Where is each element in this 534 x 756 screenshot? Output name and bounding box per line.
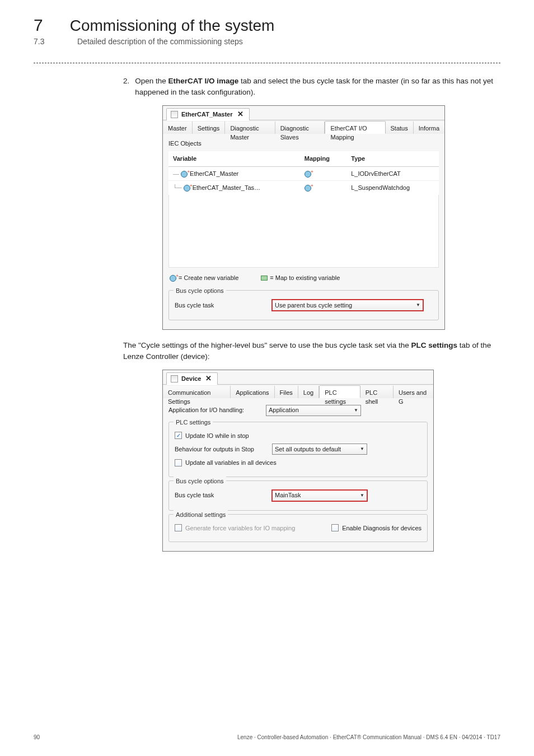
paragraph: The "Cycle settings of the higher-level … [123, 340, 500, 363]
bus-cycle-task-select[interactable]: Use parent bus cycle setting▼ [272, 300, 423, 311]
app-io-value: Application [269, 405, 299, 415]
bus-cycle-task-value: Use parent bus cycle setting [275, 301, 352, 310]
tab-diagnostic-master[interactable]: Diagnostic Master [225, 121, 275, 134]
table-row[interactable]: └─ EtherCAT_Master_Tas… L_SuspendWatchdo… [168, 181, 439, 195]
bus-cycle-task-value: MainTask [275, 491, 301, 500]
checkbox-icon [175, 524, 182, 531]
inner-tab-bar: Master Settings Diagnostic Master Diagno… [163, 120, 444, 134]
tab-settings[interactable]: Settings [193, 121, 226, 134]
bus-cycle-task-select[interactable]: MainTask▼ [272, 490, 367, 501]
table-row[interactable]: — EtherCAT_Master L_IODrvEtherCAT [168, 166, 439, 181]
window-tab-device[interactable]: Device ✕ [166, 372, 218, 385]
step-number: 2. [123, 76, 129, 99]
chapter-title: Commissioning of the system [70, 17, 275, 35]
additional-settings-label: Additional settings [174, 510, 228, 520]
bus-cycle-options-fieldset: Bus cycle options Bus cycle task MainTas… [168, 480, 428, 511]
iec-objects-table: Variable Mapping Type — EtherCAT_Master … [168, 151, 439, 195]
update-all-vars-checkbox[interactable]: Update all variables in all devices [175, 458, 277, 468]
ethercat-master-window: EtherCAT_Master ✕ Master Settings Diagno… [162, 105, 445, 330]
tab-files[interactable]: Files [275, 385, 298, 398]
tab-plc-shell[interactable]: PLC shell [360, 385, 394, 398]
checkbox-icon [331, 524, 339, 531]
variable-icon [181, 171, 188, 178]
bus-cycle-options-fieldset: Bus cycle options Bus cycle task Use par… [168, 290, 439, 320]
window-tab-label: EtherCAT_Master [181, 110, 233, 119]
force-vars-label: Generate force variables for IO mapping [185, 524, 295, 533]
section-number: 7.3 [34, 37, 50, 46]
update-io-checkbox[interactable]: Update IO while in stop [175, 431, 249, 441]
para-text: The "Cycle settings of the higher-level … [123, 341, 411, 349]
iec-objects-label: IEC Objects [168, 139, 439, 148]
step-item: 2. Open the EtherCAT I/O image tab and s… [123, 76, 500, 99]
bus-cycle-task-label: Bus cycle task [175, 491, 264, 500]
tab-applications[interactable]: Applications [231, 385, 274, 398]
bus-cycle-task-label: Bus cycle task [175, 301, 264, 310]
tab-log[interactable]: Log [298, 385, 319, 398]
behaviour-select[interactable]: Set all outputs to default▼ [272, 444, 367, 455]
chevron-down-icon: ▼ [354, 407, 358, 414]
plc-settings-fieldset: PLC settings Update IO while in stop Beh… [168, 422, 428, 477]
tab-plc-settings[interactable]: PLC settings [319, 385, 360, 398]
device-icon [171, 111, 178, 118]
page-header: 7 Commissioning of the system 7.3 Detail… [0, 0, 534, 46]
device-window: Device ✕ Communication Settings Applicat… [162, 370, 434, 552]
behaviour-value: Set all outputs to default [275, 445, 341, 454]
col-variable[interactable]: Variable [168, 151, 300, 166]
window-tab-bar: EtherCAT_Master ✕ [163, 106, 444, 120]
inner-tab-bar: Communication Settings Applications File… [163, 385, 433, 398]
cell-variable: EtherCAT_Master [190, 170, 238, 177]
mapping-body: IEC Objects Variable Mapping Type — Ethe… [163, 134, 444, 330]
cell-type: L_IODrvEtherCAT [346, 166, 439, 181]
legend-map-variable: = Map to existing variable [270, 274, 340, 281]
window-tab-ethercat[interactable]: EtherCAT_Master ✕ [166, 108, 250, 120]
page-footer: 90 Lenze · Controller-based Automation ·… [34, 734, 500, 740]
device-icon [171, 375, 178, 382]
close-icon[interactable]: ✕ [205, 373, 212, 384]
step-bold: EtherCAT I/O image [168, 77, 239, 85]
behaviour-label: Behaviour for outputs in Stop [175, 445, 264, 454]
enable-diagnosis-label: Enable Diagnosis for devices [342, 524, 421, 533]
update-io-label: Update IO while in stop [185, 431, 249, 441]
tab-comm-settings[interactable]: Communication Settings [163, 385, 231, 398]
tab-users[interactable]: Users and G [394, 385, 433, 398]
force-vars-checkbox: Generate force variables for IO mapping [175, 524, 295, 533]
window-tab-bar: Device ✕ [163, 370, 433, 385]
chapter-number: 7 [34, 16, 43, 35]
legend: = Create new variable = Map to existing … [170, 273, 439, 283]
window-tab-label: Device [181, 374, 201, 384]
new-variable-icon [305, 171, 311, 178]
app-io-select[interactable]: Application▼ [266, 405, 361, 416]
cell-variable: EtherCAT_Master_Tas… [193, 184, 260, 191]
col-type[interactable]: Type [346, 151, 439, 166]
tab-information[interactable]: Informa [414, 121, 444, 134]
cell-type: L_SuspendWatchdog [346, 181, 439, 195]
step-text-before: Open the [135, 77, 168, 85]
close-icon[interactable]: ✕ [237, 109, 243, 120]
bus-cycle-options-label: Bus cycle options [174, 477, 226, 486]
new-variable-icon [305, 185, 311, 192]
additional-settings-fieldset: Additional settings Generate force varia… [168, 514, 428, 543]
chevron-down-icon: ▼ [360, 446, 364, 452]
app-io-label: Application for I/O handling: [168, 405, 258, 415]
tab-master[interactable]: Master [163, 121, 193, 134]
bus-cycle-options-label: Bus cycle options [174, 286, 226, 296]
col-mapping[interactable]: Mapping [300, 151, 347, 166]
enable-diagnosis-checkbox[interactable]: Enable Diagnosis for devices [331, 524, 421, 533]
page-number: 90 [34, 734, 40, 740]
footer-tag: Lenze · Controller-based Automation · Et… [237, 734, 500, 740]
tab-status[interactable]: Status [386, 121, 414, 134]
new-variable-icon [170, 275, 176, 282]
chevron-down-icon: ▼ [360, 492, 364, 499]
checkbox-icon [175, 459, 182, 466]
map-variable-icon [261, 276, 268, 281]
tab-ethercat-io-mapping[interactable]: EtherCAT I/O Mapping [325, 121, 385, 134]
step-text: Open the EtherCAT I/O image tab and sele… [135, 76, 500, 99]
checkbox-icon [175, 432, 182, 439]
para-bold: PLC settings [411, 341, 458, 349]
legend-new-variable: = Create new variable [179, 274, 238, 281]
update-all-vars-label: Update all variables in all devices [185, 458, 277, 468]
plc-settings-label: PLC settings [174, 418, 213, 427]
tab-diagnostic-slaves[interactable]: Diagnostic Slaves [275, 121, 325, 134]
chevron-down-icon: ▼ [416, 302, 420, 309]
plc-settings-body: Application for I/O handling: Applicatio… [163, 398, 433, 552]
